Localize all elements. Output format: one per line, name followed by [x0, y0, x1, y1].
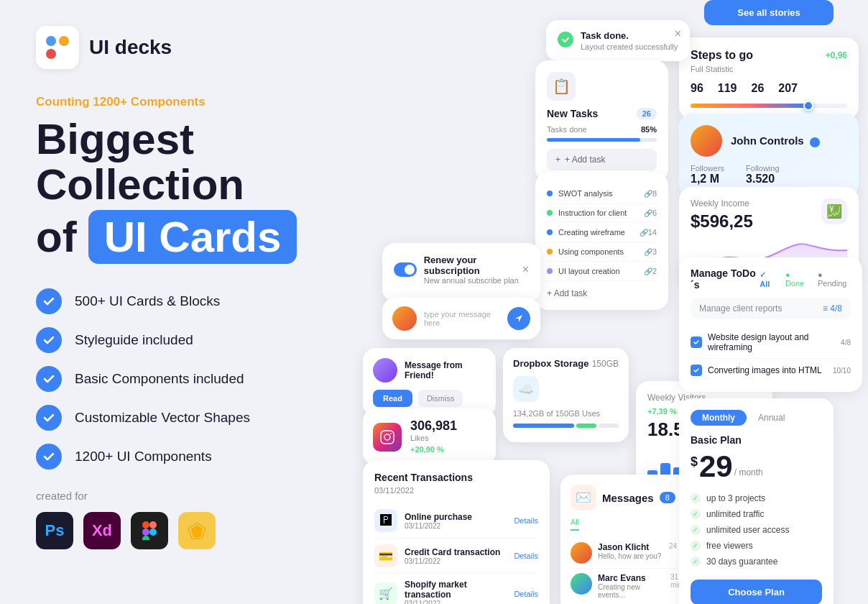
tasks-icon: 📋 — [547, 72, 576, 101]
check-icon-1 — [36, 288, 62, 314]
plan-tab-monthly[interactable]: Monthly — [691, 410, 747, 426]
feature-text-2: Styleguide included — [75, 332, 193, 348]
plan-title: Basic Plan — [691, 434, 822, 446]
card-instagram: 306,981 Likes +20,90 % — [363, 408, 496, 465]
todo-check-1[interactable] — [691, 337, 702, 348]
card-todo: Manage ToDo´s ✓ All ● Done ● Pending Man… — [679, 257, 862, 392]
svg-rect-0 — [142, 521, 149, 528]
plan-price: $ 29 / month — [691, 452, 822, 482]
logo-name: UI decks — [89, 36, 172, 59]
messages-tab-all[interactable]: All — [571, 518, 579, 531]
check-icon-5 — [36, 444, 62, 470]
todo-filter-all[interactable]: ✓ All — [760, 270, 777, 288]
john-avatar — [691, 125, 722, 157]
tx-details-1[interactable]: Details — [514, 516, 538, 525]
swot-count-4: 3 — [652, 247, 657, 256]
dropbox-total: 150GB — [592, 359, 619, 369]
created-for: created for Ps Xd — [36, 490, 316, 549]
todo-filters: ✓ All ● Done ● Pending — [760, 270, 851, 288]
chat-send-button[interactable] — [507, 307, 530, 330]
instagram-label: Likes — [410, 434, 457, 442]
tx-details-3[interactable]: Details — [514, 590, 538, 598]
tx-date-2: 03/11/2022 — [405, 557, 507, 565]
add-task-button[interactable]: + + Add task — [547, 149, 657, 170]
feature-item-2: Styleguide included — [36, 327, 316, 353]
todo-search: Manage client reports ≡ 4/8 — [691, 298, 851, 319]
todo-filter-done[interactable]: ● Done — [785, 270, 809, 288]
features-list: 500+ UI Cards & Blocks Styleguide includ… — [36, 288, 316, 470]
headline-line1: Biggest Collection — [36, 116, 316, 207]
swot-count-2: 6 — [652, 209, 657, 217]
dropbox-title: Dropbox Storage — [513, 358, 588, 369]
feature-text-5: 1200+ UI Components — [75, 449, 212, 465]
todo-check-2[interactable] — [691, 365, 702, 376]
swot-name-3: Creating wireframe — [558, 228, 637, 237]
tx-date-1: 03/11/2022 — [405, 522, 507, 530]
messages-icon: ✉️ — [571, 485, 596, 511]
figma-icon — [131, 512, 168, 549]
swot-add-task[interactable]: + Add task — [547, 288, 657, 298]
john-name: John Controls — [731, 134, 820, 147]
swot-item-4: Using components 🔗 3 — [547, 242, 657, 262]
message-dismiss-button[interactable]: Dismiss — [418, 390, 463, 407]
swot-name-2: Instruction for client — [558, 209, 641, 217]
john-following: Following 3.520 — [746, 164, 779, 186]
swot-item-5: UI layout creation 🔗 2 — [547, 262, 657, 281]
ui-cards-badge: UI Cards — [88, 210, 297, 264]
svg-rect-7 — [381, 431, 394, 444]
feature-item-3: Basic Components included — [36, 366, 316, 392]
chat-input[interactable]: type your message here — [424, 310, 500, 327]
steps-num-1: 96 — [691, 82, 703, 95]
dropbox-used: 134,2GB of 150GB Uses — [513, 409, 619, 418]
subscribe-toggle[interactable]: Renew your subscription New annual subsc… — [394, 255, 522, 285]
verified-icon — [810, 137, 820, 147]
plan-check-5: ✓ — [691, 557, 701, 567]
jason-msg: Hello, how are you? — [598, 552, 661, 560]
tool-icons: Ps Xd — [36, 512, 316, 549]
jason-avatar — [571, 542, 592, 564]
transactions-date: 03/11/2022 — [374, 486, 538, 495]
svg-rect-3 — [142, 536, 149, 540]
plan-check-3: ✓ — [691, 525, 701, 535]
swot-item-3: Creating wireframe 🔗 14 — [547, 223, 657, 242]
dropbox-bars — [513, 424, 619, 428]
swot-item-2: Instruction for client 🔗 6 — [547, 203, 657, 223]
logo-icon — [36, 26, 79, 69]
marc-name: Marc Evans — [598, 573, 665, 583]
card-john-controls: John Controls Followers 1,2 M Following … — [679, 114, 859, 197]
feature-item-4: Customizable Vector Shapes — [36, 405, 316, 431]
subscribe-subtitle: New annual subscribe plan — [424, 276, 522, 285]
message-read-button[interactable]: Read — [373, 390, 412, 407]
svg-point-4 — [149, 528, 157, 536]
task-done-check-icon — [558, 32, 573, 47]
toggle-switch[interactable] — [394, 262, 417, 277]
plan-features: ✓ up to 3 projects ✓ unlimited traffic ✓… — [691, 490, 822, 569]
paypal-icon: 🅿 — [374, 509, 397, 532]
steps-title: Steps to go — [691, 49, 753, 62]
tasks-title: New Tasks — [547, 108, 598, 119]
plan-amount: 29 — [699, 452, 733, 482]
tx-name-3: Shopify market transaction — [405, 580, 507, 600]
svg-rect-2 — [142, 528, 149, 536]
right-section: See all stories Steps to go +0,96 Full S… — [352, 0, 868, 604]
sketch-icon — [178, 512, 216, 549]
subscribe-close-icon[interactable]: × — [522, 263, 529, 276]
choose-plan-button[interactable]: Choose Plan — [691, 580, 822, 604]
swot-name-5: UI layout creation — [558, 267, 641, 275]
instagram-pct: +20,90 % — [410, 445, 444, 454]
tx-item-3: 🛒 Shopify market transaction 03/11/2022 … — [374, 574, 538, 604]
messages-badge: 8 — [660, 492, 675, 503]
tx-details-2[interactable]: Details — [514, 552, 538, 560]
card-message: Message from Friend! Read Dismiss — [363, 348, 496, 417]
task-done-close-icon[interactable]: × — [675, 27, 681, 40]
message-avatar — [373, 358, 397, 383]
see-all-stories-button[interactable]: See all stories — [704, 0, 834, 25]
steps-subtitle: Full Statistic — [691, 65, 847, 73]
plan-tab-annual[interactable]: Annual — [747, 410, 796, 426]
todo-item-1: Website design layout and wireframing 4/… — [691, 326, 851, 359]
steps-slider[interactable] — [691, 104, 847, 108]
plan-check-1: ✓ — [691, 493, 701, 503]
todo-filter-pending[interactable]: ● Pending — [818, 270, 851, 288]
card-new-tasks: 📋 New Tasks 26 Tasks done 85% + + Add ta… — [535, 60, 668, 182]
plan-check-4: ✓ — [691, 541, 701, 551]
